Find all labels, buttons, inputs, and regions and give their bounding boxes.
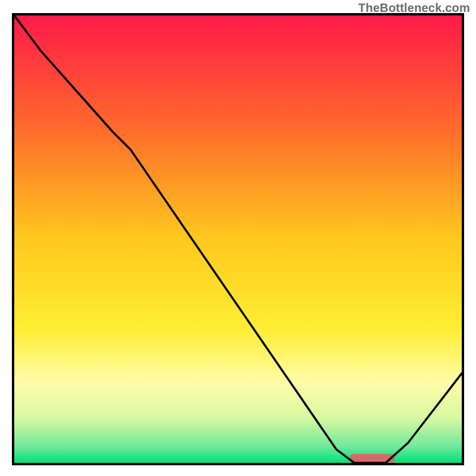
chart-svg <box>14 15 462 463</box>
plot-area <box>12 13 464 465</box>
watermark-text: TheBottleneck.com <box>358 1 470 15</box>
chart-frame: TheBottleneck.com <box>0 0 476 476</box>
background-rect <box>14 15 462 463</box>
